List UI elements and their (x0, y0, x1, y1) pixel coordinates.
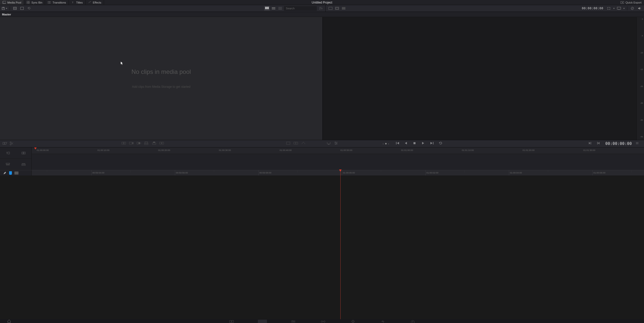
timeline-menu-button[interactable] (635, 141, 640, 146)
marker-color-button[interactable] (9, 171, 12, 175)
source-tape-button[interactable] (12, 6, 18, 11)
single-viewer-button[interactable] (328, 6, 333, 11)
meter-level: -5 (637, 35, 644, 37)
prev-clip-button[interactable] (597, 141, 602, 146)
transport-timecode[interactable]: 00:00:00:00 (605, 141, 632, 146)
smart-insert-button[interactable] (121, 141, 127, 146)
meter-level: -10 (637, 52, 644, 54)
chevron-down-icon[interactable]: ▼ (613, 7, 615, 10)
resolution-button[interactable] (606, 6, 612, 11)
audio-meter-button[interactable] (636, 6, 642, 11)
close-up-button[interactable] (144, 141, 149, 146)
page-color[interactable] (349, 320, 357, 323)
search-input[interactable] (284, 6, 317, 11)
strip-view-button[interactable] (271, 6, 276, 11)
prev-edit-small[interactable]: ‹ (383, 142, 384, 145)
svg-rect-49 (137, 142, 138, 144)
tab-media-pool[interactable]: Media Pool (0, 0, 24, 5)
upper-ruler-track[interactable]: 01:00:00:0001:00:10:0001:00:20:0001:00:3… (32, 147, 644, 170)
source-overwrite-button[interactable] (159, 141, 164, 146)
video-track-button[interactable] (5, 161, 11, 167)
tab-titles[interactable]: T Titles (69, 0, 86, 5)
media-pool-icon (3, 1, 6, 4)
page-cut[interactable] (258, 320, 267, 323)
stop-button[interactable] (413, 141, 418, 146)
jump-start-button[interactable] (396, 141, 401, 146)
page-media[interactable] (228, 320, 235, 323)
timeline-sidebar-upper: T (0, 147, 32, 170)
quick-export-icon (620, 1, 624, 4)
svg-rect-6 (48, 2, 50, 3)
tab-effects[interactable]: Effects (86, 0, 104, 5)
tab-transitions[interactable]: Transitions (45, 0, 69, 5)
ripple-overwrite-button[interactable] (137, 141, 142, 146)
split-clip-button[interactable] (10, 141, 15, 146)
append-button[interactable] (129, 141, 134, 146)
filmstrip-icon (13, 7, 17, 10)
lower-ruler[interactable]: 00:59:54:0000:59:56:0000:59:58:0001:00:0… (32, 170, 644, 176)
next-clip-button[interactable] (588, 141, 593, 146)
tools-dropdown[interactable] (286, 141, 291, 146)
tab-label: Effects (93, 1, 101, 4)
page-fusion[interactable] (320, 320, 327, 323)
boring-detector-button[interactable] (3, 141, 8, 146)
svg-rect-59 (296, 142, 298, 144)
refresh-icon (27, 7, 31, 10)
viewer-pane[interactable]: 0 -5 -10 -15 -20 -30 -40 -50 (323, 17, 644, 140)
quick-export-label: Quick Export (626, 1, 641, 4)
meter-level: -30 (637, 102, 644, 104)
ruler-major-tick (509, 170, 509, 176)
home-icon[interactable] (7, 319, 11, 323)
svg-line-42 (11, 143, 13, 144)
quick-export-button[interactable]: Quick Export (620, 1, 644, 4)
svg-rect-84 (232, 320, 234, 322)
svg-rect-76 (22, 152, 23, 154)
import-menu[interactable]: ▼ (2, 7, 8, 10)
play-reverse-button[interactable] (404, 141, 409, 146)
transition-button[interactable] (294, 141, 299, 146)
sort-button[interactable] (318, 6, 323, 11)
page-fairlight[interactable] (379, 320, 386, 323)
bypass-button[interactable] (629, 6, 635, 11)
timeline-options-button[interactable] (334, 141, 339, 146)
svg-rect-33 (342, 7, 345, 10)
svg-rect-34 (617, 7, 621, 9)
viewer-overlay-button[interactable] (341, 6, 346, 11)
svg-rect-45 (124, 142, 126, 144)
flag-button[interactable] (14, 171, 18, 175)
next-edit-small[interactable]: › (388, 142, 389, 145)
tab-sync-bin[interactable]: Sync Bin (24, 0, 45, 5)
refresh-button[interactable] (26, 6, 32, 11)
lower-playhead[interactable] (340, 170, 341, 320)
play-button[interactable] (421, 141, 426, 146)
ruler-tick: 01:00:50:00 (340, 149, 352, 152)
svg-line-37 (631, 7, 633, 9)
snap-button[interactable] (326, 141, 331, 146)
title-safe-button[interactable]: T (5, 150, 11, 156)
jump-end-button[interactable] (430, 141, 435, 146)
sync-bin-icon (27, 1, 30, 4)
chevron-down-icon[interactable]: ▼ (623, 7, 625, 10)
timeline-area: T 01:00:00:0001:00:10:0001:00:20:0001:00… (0, 147, 644, 176)
page-edit[interactable] (290, 320, 297, 323)
draw-tool-icon[interactable] (3, 171, 7, 175)
lower-track-area[interactable]: 00:59:54:0000:59:56:0000:59:58:0001:00:0… (32, 170, 644, 176)
loop-button[interactable] (439, 141, 444, 146)
audio-track-button[interactable] (20, 161, 27, 167)
trim-mode-button[interactable] (20, 150, 27, 156)
fullscreen-button[interactable] (19, 6, 25, 11)
ruler-tick: 01:00:20:00 (158, 149, 170, 152)
place-on-top-button[interactable] (152, 141, 157, 146)
page-deliver[interactable] (409, 320, 416, 323)
svg-rect-5 (28, 3, 30, 4)
media-pool-pane[interactable]: No clips in media pool Add clips from Me… (0, 17, 323, 140)
upper-ruler[interactable]: 01:00:00:0001:00:10:0001:00:20:0001:00:3… (32, 147, 644, 154)
safe-area-button[interactable] (334, 6, 340, 11)
monitor-button[interactable] (616, 6, 622, 11)
ruler-tick: 01:00:30:00 (219, 149, 231, 152)
dissolve-button[interactable] (301, 141, 306, 146)
upper-playhead[interactable] (34, 147, 37, 149)
thumbnail-view-button[interactable] (264, 6, 270, 11)
list-view-button[interactable] (277, 6, 283, 11)
bin-path-bar[interactable]: Master (0, 12, 644, 17)
